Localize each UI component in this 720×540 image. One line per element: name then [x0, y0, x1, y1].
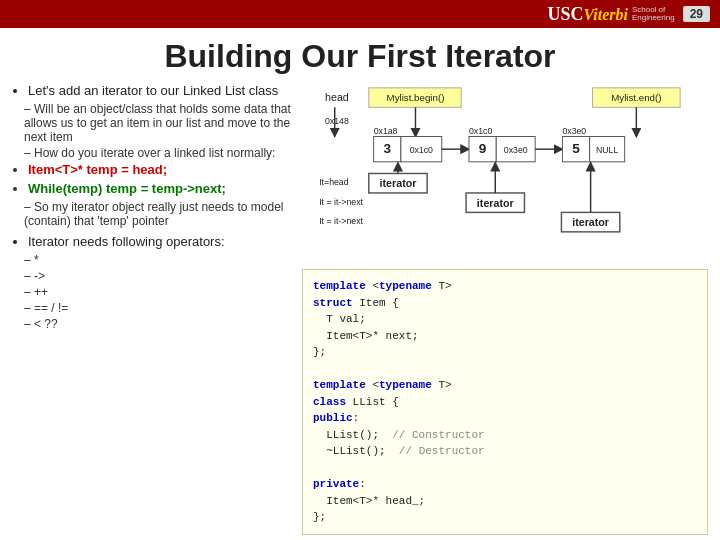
sub-item-2: How do you iterate over a linked list no… — [24, 146, 292, 160]
svg-text:3: 3 — [383, 141, 391, 156]
usc-logo-container: USCViterbi School ofEngineering — [547, 4, 674, 25]
bullet-2: Iterator needs following operators: — [28, 234, 292, 249]
usc-logo: USCViterbi — [547, 4, 627, 25]
head-label: head — [325, 91, 349, 103]
eng-text: School ofEngineering — [632, 6, 675, 22]
svg-text:NULL: NULL — [596, 145, 619, 155]
main-bullets: Let's add an iterator to our Linked List… — [12, 83, 292, 98]
svg-text:0x1c0: 0x1c0 — [410, 145, 433, 155]
svg-text:iterator: iterator — [477, 197, 514, 209]
diagram-svg: head Mylist.begin() Mylist.end() 0x148 0… — [302, 83, 708, 263]
code-list: Item<T>* temp = head; While(temp) temp =… — [12, 162, 292, 196]
code-item-2: While(temp) temp = temp->next; — [28, 181, 292, 196]
top-bar: USCViterbi School ofEngineering 29 — [0, 0, 720, 28]
op-1: * — [24, 253, 292, 267]
code-text-2: While(temp) temp = temp->next; — [28, 181, 226, 196]
sub-list-2: So my iterator object really just needs … — [12, 200, 292, 228]
code-box: template <typename T> struct Item { T va… — [302, 269, 708, 535]
main-bullets-2: Iterator needs following operators: — [12, 234, 292, 249]
sub-list-1: Will be an object/class that holds some … — [12, 102, 292, 160]
svg-text:It = it->next: It = it->next — [319, 216, 363, 226]
svg-text:iterator: iterator — [380, 177, 417, 189]
bullet-1: Let's add an iterator to our Linked List… — [28, 83, 292, 98]
op-4: == / != — [24, 301, 292, 315]
right-panel: head Mylist.begin() Mylist.end() 0x148 0… — [302, 83, 708, 535]
svg-text:9: 9 — [479, 141, 487, 156]
ops-list: * -> ++ == / != < ?? — [12, 253, 292, 331]
svg-text:iterator: iterator — [572, 216, 609, 228]
slide-number: 29 — [683, 6, 710, 22]
svg-text:It = it->next: It = it->next — [319, 197, 363, 207]
diagram-area: head Mylist.begin() Mylist.end() 0x148 0… — [302, 83, 708, 263]
svg-text:It=head: It=head — [319, 177, 349, 187]
code-item-1: Item<T>* temp = head; — [28, 162, 292, 177]
svg-text:0x3e0: 0x3e0 — [504, 145, 528, 155]
main-content: Let's add an iterator to our Linked List… — [0, 83, 720, 535]
svg-text:0x3e0: 0x3e0 — [562, 126, 586, 136]
svg-text:0x1a8: 0x1a8 — [374, 126, 398, 136]
sub-item-1: Will be an object/class that holds some … — [24, 102, 292, 144]
sub-item-3: So my iterator object really just needs … — [24, 200, 292, 228]
svg-text:0x148: 0x148 — [325, 116, 349, 126]
page-title: Building Our First Iterator — [0, 28, 720, 83]
svg-text:0x1c0: 0x1c0 — [469, 126, 492, 136]
op-5: < ?? — [24, 317, 292, 331]
left-panel: Let's add an iterator to our Linked List… — [12, 83, 292, 535]
op-3: ++ — [24, 285, 292, 299]
svg-text:Mylist.begin(): Mylist.begin() — [387, 92, 445, 103]
code-text-1: Item<T>* temp = head; — [28, 162, 167, 177]
svg-text:5: 5 — [572, 141, 580, 156]
svg-text:Mylist.end(): Mylist.end() — [611, 92, 661, 103]
op-2: -> — [24, 269, 292, 283]
